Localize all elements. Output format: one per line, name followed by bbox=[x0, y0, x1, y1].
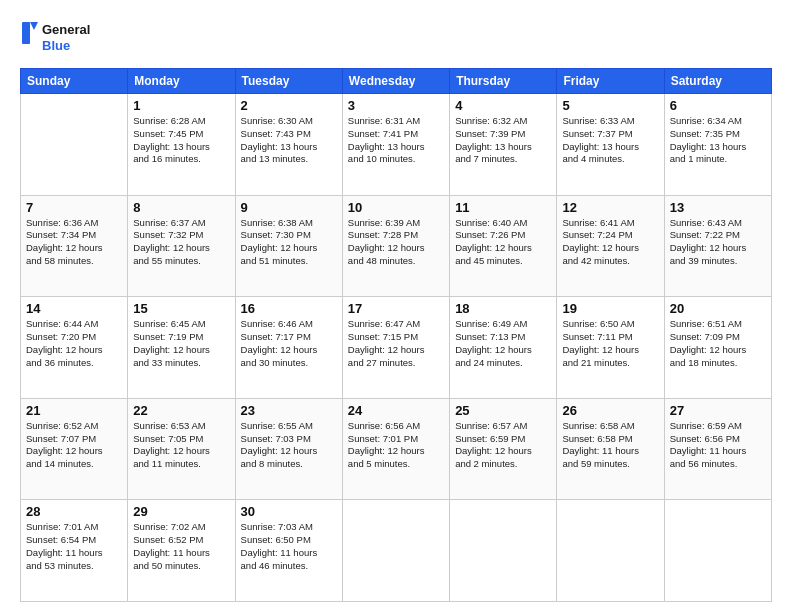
calendar-week-1: 1Sunrise: 6:28 AM Sunset: 7:45 PM Daylig… bbox=[21, 94, 772, 196]
calendar-cell: 12Sunrise: 6:41 AM Sunset: 7:24 PM Dayli… bbox=[557, 195, 664, 297]
calendar-cell: 19Sunrise: 6:50 AM Sunset: 7:11 PM Dayli… bbox=[557, 297, 664, 399]
day-number: 20 bbox=[670, 301, 766, 316]
calendar-week-2: 7Sunrise: 6:36 AM Sunset: 7:34 PM Daylig… bbox=[21, 195, 772, 297]
day-number: 25 bbox=[455, 403, 551, 418]
day-detail: Sunrise: 7:02 AM Sunset: 6:52 PM Dayligh… bbox=[133, 521, 229, 572]
day-detail: Sunrise: 6:53 AM Sunset: 7:05 PM Dayligh… bbox=[133, 420, 229, 471]
calendar-cell: 25Sunrise: 6:57 AM Sunset: 6:59 PM Dayli… bbox=[450, 398, 557, 500]
day-number: 18 bbox=[455, 301, 551, 316]
logo-svg: General Blue bbox=[20, 16, 100, 58]
day-number: 29 bbox=[133, 504, 229, 519]
day-detail: Sunrise: 6:47 AM Sunset: 7:15 PM Dayligh… bbox=[348, 318, 444, 369]
calendar-cell: 24Sunrise: 6:56 AM Sunset: 7:01 PM Dayli… bbox=[342, 398, 449, 500]
calendar-cell bbox=[450, 500, 557, 602]
calendar-cell: 14Sunrise: 6:44 AM Sunset: 7:20 PM Dayli… bbox=[21, 297, 128, 399]
day-detail: Sunrise: 6:41 AM Sunset: 7:24 PM Dayligh… bbox=[562, 217, 658, 268]
calendar-week-3: 14Sunrise: 6:44 AM Sunset: 7:20 PM Dayli… bbox=[21, 297, 772, 399]
calendar-cell: 16Sunrise: 6:46 AM Sunset: 7:17 PM Dayli… bbox=[235, 297, 342, 399]
calendar-cell: 18Sunrise: 6:49 AM Sunset: 7:13 PM Dayli… bbox=[450, 297, 557, 399]
day-detail: Sunrise: 6:56 AM Sunset: 7:01 PM Dayligh… bbox=[348, 420, 444, 471]
day-number: 17 bbox=[348, 301, 444, 316]
day-detail: Sunrise: 6:49 AM Sunset: 7:13 PM Dayligh… bbox=[455, 318, 551, 369]
page: General Blue SundayMondayTuesdayWednesda… bbox=[0, 0, 792, 612]
day-detail: Sunrise: 6:55 AM Sunset: 7:03 PM Dayligh… bbox=[241, 420, 337, 471]
calendar-cell: 7Sunrise: 6:36 AM Sunset: 7:34 PM Daylig… bbox=[21, 195, 128, 297]
day-number: 28 bbox=[26, 504, 122, 519]
day-detail: Sunrise: 6:59 AM Sunset: 6:56 PM Dayligh… bbox=[670, 420, 766, 471]
calendar-cell bbox=[557, 500, 664, 602]
calendar-cell: 27Sunrise: 6:59 AM Sunset: 6:56 PM Dayli… bbox=[664, 398, 771, 500]
calendar-cell: 17Sunrise: 6:47 AM Sunset: 7:15 PM Dayli… bbox=[342, 297, 449, 399]
day-detail: Sunrise: 7:01 AM Sunset: 6:54 PM Dayligh… bbox=[26, 521, 122, 572]
day-detail: Sunrise: 6:40 AM Sunset: 7:26 PM Dayligh… bbox=[455, 217, 551, 268]
day-detail: Sunrise: 6:51 AM Sunset: 7:09 PM Dayligh… bbox=[670, 318, 766, 369]
day-detail: Sunrise: 6:36 AM Sunset: 7:34 PM Dayligh… bbox=[26, 217, 122, 268]
day-header-sunday: Sunday bbox=[21, 69, 128, 94]
calendar-cell: 2Sunrise: 6:30 AM Sunset: 7:43 PM Daylig… bbox=[235, 94, 342, 196]
day-number: 10 bbox=[348, 200, 444, 215]
calendar-cell: 22Sunrise: 6:53 AM Sunset: 7:05 PM Dayli… bbox=[128, 398, 235, 500]
calendar-cell bbox=[21, 94, 128, 196]
day-number: 6 bbox=[670, 98, 766, 113]
calendar-cell: 1Sunrise: 6:28 AM Sunset: 7:45 PM Daylig… bbox=[128, 94, 235, 196]
day-detail: Sunrise: 6:46 AM Sunset: 7:17 PM Dayligh… bbox=[241, 318, 337, 369]
header: General Blue bbox=[20, 16, 772, 58]
day-number: 24 bbox=[348, 403, 444, 418]
day-detail: Sunrise: 6:45 AM Sunset: 7:19 PM Dayligh… bbox=[133, 318, 229, 369]
day-number: 5 bbox=[562, 98, 658, 113]
day-detail: Sunrise: 6:31 AM Sunset: 7:41 PM Dayligh… bbox=[348, 115, 444, 166]
calendar-cell: 11Sunrise: 6:40 AM Sunset: 7:26 PM Dayli… bbox=[450, 195, 557, 297]
day-detail: Sunrise: 6:57 AM Sunset: 6:59 PM Dayligh… bbox=[455, 420, 551, 471]
day-detail: Sunrise: 6:32 AM Sunset: 7:39 PM Dayligh… bbox=[455, 115, 551, 166]
day-number: 23 bbox=[241, 403, 337, 418]
day-number: 12 bbox=[562, 200, 658, 215]
calendar-cell: 4Sunrise: 6:32 AM Sunset: 7:39 PM Daylig… bbox=[450, 94, 557, 196]
day-detail: Sunrise: 6:30 AM Sunset: 7:43 PM Dayligh… bbox=[241, 115, 337, 166]
day-header-friday: Friday bbox=[557, 69, 664, 94]
calendar-cell: 5Sunrise: 6:33 AM Sunset: 7:37 PM Daylig… bbox=[557, 94, 664, 196]
day-header-saturday: Saturday bbox=[664, 69, 771, 94]
calendar-cell: 10Sunrise: 6:39 AM Sunset: 7:28 PM Dayli… bbox=[342, 195, 449, 297]
svg-marker-2 bbox=[30, 22, 38, 30]
calendar-cell: 3Sunrise: 6:31 AM Sunset: 7:41 PM Daylig… bbox=[342, 94, 449, 196]
svg-text:Blue: Blue bbox=[42, 38, 70, 53]
day-number: 9 bbox=[241, 200, 337, 215]
day-number: 27 bbox=[670, 403, 766, 418]
day-detail: Sunrise: 6:28 AM Sunset: 7:45 PM Dayligh… bbox=[133, 115, 229, 166]
day-number: 21 bbox=[26, 403, 122, 418]
day-detail: Sunrise: 6:39 AM Sunset: 7:28 PM Dayligh… bbox=[348, 217, 444, 268]
calendar-cell: 28Sunrise: 7:01 AM Sunset: 6:54 PM Dayli… bbox=[21, 500, 128, 602]
day-header-wednesday: Wednesday bbox=[342, 69, 449, 94]
day-number: 7 bbox=[26, 200, 122, 215]
calendar-cell bbox=[664, 500, 771, 602]
logo: General Blue bbox=[20, 16, 100, 58]
day-detail: Sunrise: 6:34 AM Sunset: 7:35 PM Dayligh… bbox=[670, 115, 766, 166]
svg-text:General: General bbox=[42, 22, 90, 37]
calendar-week-4: 21Sunrise: 6:52 AM Sunset: 7:07 PM Dayli… bbox=[21, 398, 772, 500]
day-detail: Sunrise: 6:44 AM Sunset: 7:20 PM Dayligh… bbox=[26, 318, 122, 369]
calendar-cell: 13Sunrise: 6:43 AM Sunset: 7:22 PM Dayli… bbox=[664, 195, 771, 297]
calendar-header-row: SundayMondayTuesdayWednesdayThursdayFrid… bbox=[21, 69, 772, 94]
calendar-cell bbox=[342, 500, 449, 602]
day-number: 4 bbox=[455, 98, 551, 113]
day-header-monday: Monday bbox=[128, 69, 235, 94]
calendar-cell: 9Sunrise: 6:38 AM Sunset: 7:30 PM Daylig… bbox=[235, 195, 342, 297]
day-number: 22 bbox=[133, 403, 229, 418]
day-detail: Sunrise: 6:33 AM Sunset: 7:37 PM Dayligh… bbox=[562, 115, 658, 166]
day-number: 11 bbox=[455, 200, 551, 215]
day-header-thursday: Thursday bbox=[450, 69, 557, 94]
calendar-week-5: 28Sunrise: 7:01 AM Sunset: 6:54 PM Dayli… bbox=[21, 500, 772, 602]
calendar-cell: 8Sunrise: 6:37 AM Sunset: 7:32 PM Daylig… bbox=[128, 195, 235, 297]
calendar-cell: 20Sunrise: 6:51 AM Sunset: 7:09 PM Dayli… bbox=[664, 297, 771, 399]
day-number: 1 bbox=[133, 98, 229, 113]
day-header-tuesday: Tuesday bbox=[235, 69, 342, 94]
calendar-cell: 26Sunrise: 6:58 AM Sunset: 6:58 PM Dayli… bbox=[557, 398, 664, 500]
day-number: 8 bbox=[133, 200, 229, 215]
day-detail: Sunrise: 6:43 AM Sunset: 7:22 PM Dayligh… bbox=[670, 217, 766, 268]
calendar-cell: 29Sunrise: 7:02 AM Sunset: 6:52 PM Dayli… bbox=[128, 500, 235, 602]
calendar-cell: 21Sunrise: 6:52 AM Sunset: 7:07 PM Dayli… bbox=[21, 398, 128, 500]
day-number: 19 bbox=[562, 301, 658, 316]
day-number: 30 bbox=[241, 504, 337, 519]
day-number: 16 bbox=[241, 301, 337, 316]
day-number: 14 bbox=[26, 301, 122, 316]
